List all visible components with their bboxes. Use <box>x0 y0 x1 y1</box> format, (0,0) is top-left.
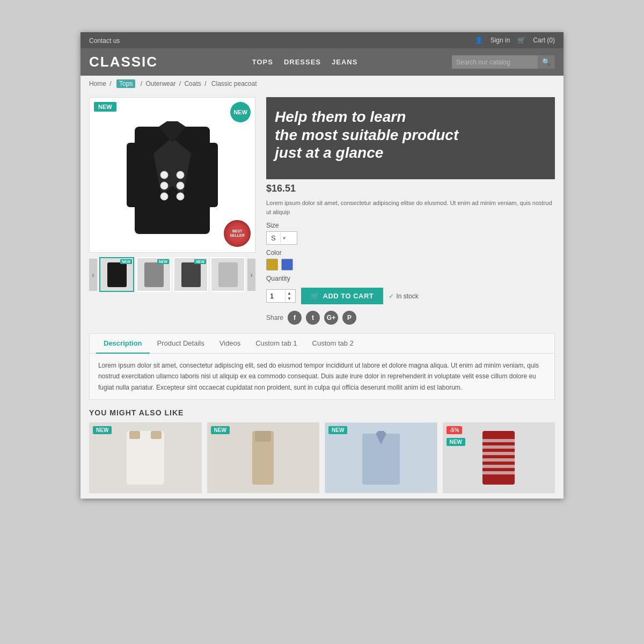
related-badge-discount: -5% <box>447 426 463 434</box>
svg-rect-30 <box>482 465 515 468</box>
product-details: $16.51 Lorem ipsum dolor sit amet, conse… <box>266 183 555 325</box>
color-swatch-gold[interactable] <box>266 259 278 270</box>
tab-description[interactable]: Description <box>96 334 150 354</box>
logo[interactable]: CLASSIC <box>89 54 158 70</box>
googleplus-button[interactable]: G+ <box>324 311 338 325</box>
related-garment-4 <box>477 428 520 487</box>
related-garment-1 <box>124 428 167 487</box>
related-card-3: NEW <box>325 422 437 493</box>
related-badge-1: NEW <box>93 426 112 434</box>
svg-rect-31 <box>482 471 515 474</box>
quantity-input[interactable] <box>267 290 285 302</box>
svg-point-6 <box>160 193 168 200</box>
svg-point-7 <box>177 171 184 179</box>
add-to-cart-button[interactable]: 🛒 ADD TO CART <box>301 288 383 304</box>
breadcrumb-sep2: / <box>141 80 144 87</box>
tabs-section: Description Product Details Videos Custo… <box>89 333 555 400</box>
svg-point-9 <box>177 193 184 200</box>
quantity-arrows: ▲ ▼ <box>285 291 293 302</box>
related-card-1: NEW <box>89 422 202 493</box>
tabs-header: Description Product Details Videos Custo… <box>90 334 554 354</box>
quantity-row: ▲ ▼ 🛒 ADD TO CART In stock <box>266 288 555 304</box>
breadcrumb-sep1: / <box>109 80 113 87</box>
promo-overlay: Help them to learnthe most suitable prod… <box>266 97 555 179</box>
nav-tops[interactable]: TOPS <box>252 58 273 66</box>
size-select[interactable]: S ▾ <box>266 231 297 245</box>
svg-rect-24 <box>390 434 400 471</box>
badge-new: NEW <box>94 102 116 112</box>
color-label: Color <box>266 249 555 257</box>
product-image <box>124 111 221 239</box>
in-stock-status: In stock <box>389 292 418 300</box>
breadcrumb-sep3: / <box>179 80 183 87</box>
related-section: YOU MIGHT ALSO LIKE NEW NEW <box>89 408 555 493</box>
svg-rect-17 <box>129 431 140 439</box>
thumb-2[interactable]: NEW <box>136 257 171 292</box>
quantity-input-group: ▲ ▼ <box>266 289 296 303</box>
breadcrumb-product: Classic peacoat <box>211 80 257 87</box>
size-label: Size <box>266 222 555 229</box>
contact-link[interactable]: Contact us <box>89 35 120 45</box>
product-info: Help them to learnthe most suitable prod… <box>266 97 555 325</box>
svg-rect-14 <box>181 262 201 287</box>
thumb-list: NEW NEW NEW <box>99 257 245 292</box>
badge-new-circle: NEW <box>230 102 251 122</box>
tab-custom-2[interactable]: Custom tab 2 <box>305 334 361 354</box>
related-badge-new2: NEW <box>447 438 465 446</box>
signin-link[interactable]: Sign in <box>491 36 510 44</box>
thumb-next[interactable]: › <box>247 259 255 291</box>
tab-custom-1[interactable]: Custom tab 1 <box>248 334 304 354</box>
tab-videos[interactable]: Videos <box>212 334 248 354</box>
pinterest-button[interactable]: P <box>342 311 356 325</box>
svg-rect-15 <box>218 262 238 287</box>
nav-jeans[interactable]: JEANS <box>332 58 357 66</box>
svg-rect-26 <box>482 439 515 442</box>
breadcrumb-outerwear[interactable]: Outerwear <box>145 80 175 87</box>
breadcrumb: Home / Tops / Outerwear / Coats / Classi… <box>80 76 564 92</box>
thumb-prev[interactable]: ‹ <box>89 259 97 291</box>
main-image-container: NEW NEW <box>89 97 255 253</box>
top-bar-right: 👤 Sign in 🛒 Cart (0) <box>475 36 555 44</box>
cart-icon-btn: 🛒 <box>311 292 320 300</box>
svg-rect-10 <box>127 143 143 207</box>
svg-rect-28 <box>482 452 515 455</box>
breadcrumb-tops[interactable]: Tops <box>116 79 135 88</box>
product-section: NEW NEW <box>89 97 555 325</box>
breadcrumb-sep4: / <box>204 80 208 87</box>
quantity-label: Quantity <box>266 275 555 282</box>
quantity-down[interactable]: ▼ <box>286 296 293 302</box>
size-arrow-icon[interactable]: ▾ <box>280 233 288 243</box>
add-to-cart-label: ADD TO CART <box>323 292 374 300</box>
size-value: S <box>267 232 280 244</box>
product-price: $16.51 <box>266 183 555 194</box>
quantity-up[interactable]: ▲ <box>286 291 293 296</box>
search-button[interactable]: 🔍 <box>538 55 555 69</box>
color-swatch-blue[interactable] <box>281 259 293 270</box>
related-card-4: -5% NEW <box>443 422 555 493</box>
facebook-button[interactable]: f <box>288 311 302 325</box>
twitter-button[interactable]: t <box>306 311 320 325</box>
thumb-4[interactable] <box>210 257 245 292</box>
color-options <box>266 259 555 270</box>
nav-dresses[interactable]: DRESSES <box>284 58 321 66</box>
cart-icon: 🛒 <box>517 36 525 44</box>
svg-rect-23 <box>362 434 372 471</box>
tab-product-details[interactable]: Product Details <box>150 334 212 354</box>
best-seller-badge: BESTSELLER <box>224 220 251 247</box>
thumbnails: ‹ NEW NEW <box>89 257 255 292</box>
thumb-1[interactable]: NEW <box>99 257 134 292</box>
search-input[interactable] <box>452 56 538 69</box>
related-garment-2 <box>247 428 279 487</box>
svg-point-8 <box>177 182 184 189</box>
product-images: NEW NEW <box>89 97 255 325</box>
tabs-content: Lorem ipsum dolor sit amet, consectetur … <box>90 354 554 399</box>
breadcrumb-home[interactable]: Home <box>89 80 106 87</box>
thumb-3[interactable]: NEW <box>173 257 208 292</box>
search-bar: 🔍 <box>452 55 555 69</box>
main-nav: TOPS DRESSES JEANS <box>252 58 358 66</box>
contact-text[interactable]: Contact us <box>89 37 120 45</box>
cart-link[interactable]: Cart (0) <box>533 36 555 44</box>
product-desc: Lorem ipsum dolor sit amet, consectetur … <box>266 199 555 216</box>
main-content: NEW NEW <box>80 92 564 499</box>
breadcrumb-coats[interactable]: Coats <box>184 80 201 87</box>
